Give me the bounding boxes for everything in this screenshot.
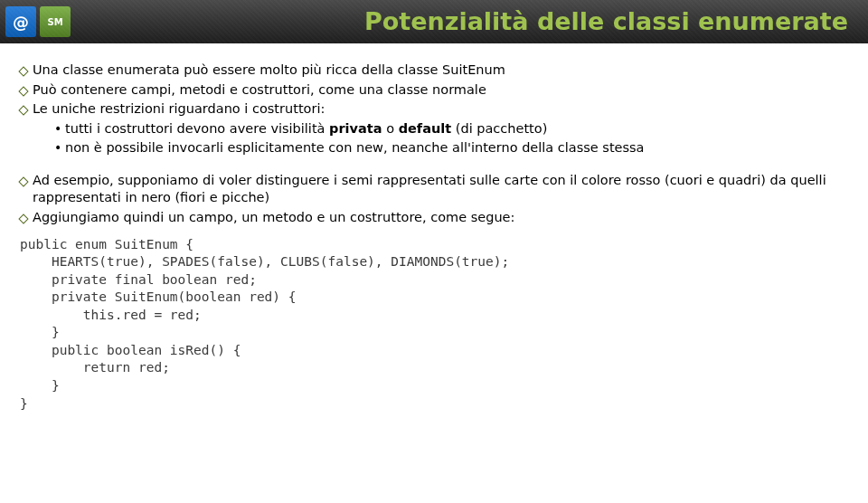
main-bullet-list-2: Ad esempio, supponiamo di voler distingu… bbox=[20, 172, 848, 227]
bullet-item: Una classe enumerata può essere molto pi… bbox=[20, 62, 848, 80]
code-block: public enum SuitEnum { HEARTS(true), SPA… bbox=[20, 236, 848, 413]
header-bar: @ S M Potenzialità delle classi enumerat… bbox=[0, 0, 868, 43]
at-logo-icon: @ bbox=[5, 6, 36, 37]
logo-green-bottom: M bbox=[54, 17, 63, 27]
text-fragment: tutti i costruttori devono avere visibil… bbox=[65, 121, 329, 136]
bullet-item: Ad esempio, supponiamo di voler distingu… bbox=[20, 172, 848, 207]
sub-bullet-item: non è possibile invocarli esplicitamente… bbox=[54, 139, 848, 157]
sub-bullet-item: tutti i costruttori devono avere visibil… bbox=[54, 120, 848, 138]
main-bullet-list: Una classe enumerata può essere molto pi… bbox=[20, 62, 848, 157]
logo-area: @ S M bbox=[5, 6, 71, 37]
slide-content: Una classe enumerata può essere molto pi… bbox=[0, 43, 868, 413]
text-fragment: o bbox=[382, 121, 399, 136]
slide-title: Potenzialità delle classi enumerate bbox=[364, 7, 848, 35]
bullet-item: Può contenere campi, metodi e costruttor… bbox=[20, 81, 848, 100]
spacer bbox=[20, 159, 848, 172]
bullet-item: Le uniche restrizioni riguardano i costr… bbox=[20, 100, 848, 157]
sub-bullet-list: tutti i costruttori devono avere visibil… bbox=[33, 120, 848, 157]
text-fragment: (di pacchetto) bbox=[451, 121, 547, 136]
bold-text: privata bbox=[329, 121, 382, 136]
bullet-text: Le uniche restrizioni riguardano i costr… bbox=[33, 101, 325, 116]
bold-text: default bbox=[399, 121, 452, 136]
sm-logo-icon: S M bbox=[40, 6, 71, 37]
logo-green-top: S bbox=[47, 17, 53, 27]
bullet-item: Aggiungiamo quindi un campo, un metodo e… bbox=[20, 209, 848, 227]
